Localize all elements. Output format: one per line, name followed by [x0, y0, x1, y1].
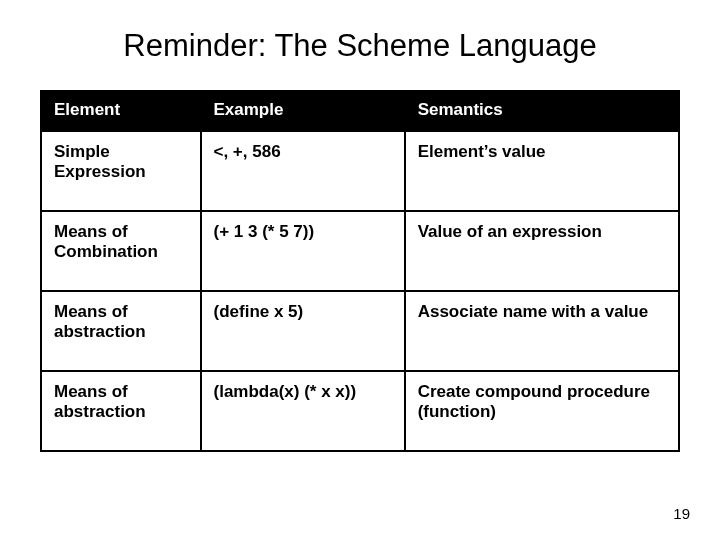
cell-element: Means of abstraction: [41, 291, 201, 371]
table-header-row: Element Example Semantics: [41, 91, 679, 131]
cell-example: (+ 1 3 (* 5 7)): [201, 211, 405, 291]
cell-semantics: Create compound procedure (function): [405, 371, 679, 451]
cell-example: <, +, 586: [201, 131, 405, 211]
cell-element: Means of abstraction: [41, 371, 201, 451]
cell-example: (lambda(x) (* x x)): [201, 371, 405, 451]
table-row: Means of abstraction (define x 5) Associ…: [41, 291, 679, 371]
cell-semantics: Associate name with a value: [405, 291, 679, 371]
slide: Reminder: The Scheme Language Element Ex…: [0, 0, 720, 540]
header-element: Element: [41, 91, 201, 131]
header-semantics: Semantics: [405, 91, 679, 131]
cell-example: (define x 5): [201, 291, 405, 371]
cell-semantics: Element’s value: [405, 131, 679, 211]
table-row: Simple Expression <, +, 586 Element’s va…: [41, 131, 679, 211]
table-row: Means of abstraction (lambda(x) (* x x))…: [41, 371, 679, 451]
cell-element: Means of Combination: [41, 211, 201, 291]
scheme-language-table: Element Example Semantics Simple Express…: [40, 90, 680, 452]
page-number: 19: [673, 505, 690, 522]
slide-title: Reminder: The Scheme Language: [40, 28, 680, 64]
cell-semantics: Value of an expression: [405, 211, 679, 291]
cell-element: Simple Expression: [41, 131, 201, 211]
header-example: Example: [201, 91, 405, 131]
table-row: Means of Combination (+ 1 3 (* 5 7)) Val…: [41, 211, 679, 291]
